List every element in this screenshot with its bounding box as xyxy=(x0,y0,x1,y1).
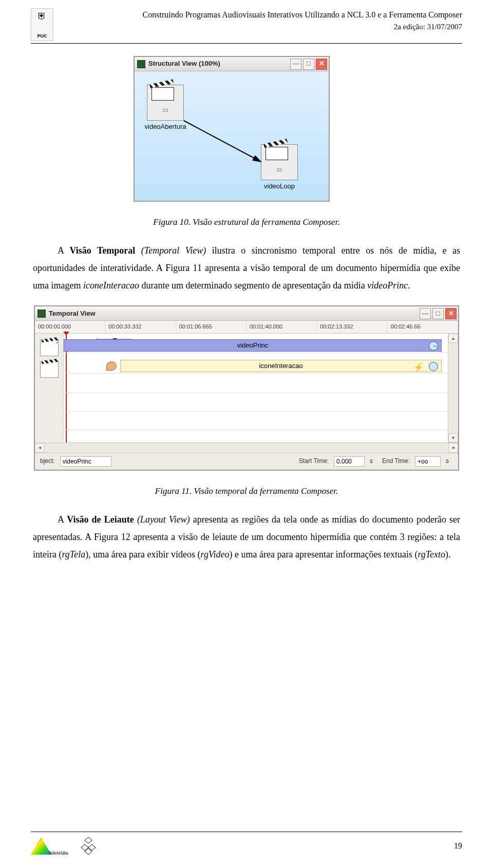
page-number: 19 xyxy=(454,840,462,852)
ruler-tick: 00:02:46.66 xyxy=(388,321,458,333)
term-layout-view-en: (Layout View) xyxy=(137,514,190,525)
maximize-button[interactable]: □ xyxy=(432,308,444,319)
track-row-iconeinteracao[interactable]: iconeInteracao ⚡ xyxy=(64,358,448,374)
close-button[interactable]: ✕ xyxy=(316,59,327,70)
figure10-caption: Figura 10. Visão estrutural da ferrament… xyxy=(31,216,462,228)
timeline-ruler[interactable]: 00:00:00.000 00:00:33.332 00:01:06.665 0… xyxy=(35,321,458,333)
telemidia-logo-label: TeleMídia xyxy=(48,850,68,857)
clip-videoprinc-label: videoPrinc xyxy=(237,341,269,350)
temporal-view-titlebar[interactable]: Temporal View — □ ✕ xyxy=(35,306,458,321)
puc-crest: ⛨ PUC xyxy=(31,8,53,41)
scroll-up-button[interactable]: ▴ xyxy=(448,334,458,343)
clip-videoprinc[interactable]: videoPrinc xyxy=(64,339,442,352)
term-visao-temporal: Visão Temporal xyxy=(70,245,136,256)
temporal-view-window: Temporal View — □ ✕ 00:00:00.000 00:00:3… xyxy=(34,305,459,470)
doc-edition: 2a edição: 31/07/2007 xyxy=(53,22,462,32)
term-rgtexto: rgTexto xyxy=(418,549,445,560)
app-icon xyxy=(137,60,145,68)
scroll-down-button[interactable]: ▾ xyxy=(448,433,458,442)
node-port-icon xyxy=(163,109,168,112)
page-footer: TeleMídia 19 xyxy=(31,832,462,856)
start-time-field[interactable] xyxy=(334,456,365,467)
paragraph-layout-view: A Visão de Leiaute (Layout View) apresen… xyxy=(33,511,460,564)
node-port-icon xyxy=(277,168,282,171)
scroll-right-button[interactable]: ▸ xyxy=(449,443,458,453)
temporal-view-title: Temporal View xyxy=(49,309,418,318)
start-time-label: Start Time: xyxy=(299,457,329,466)
scroll-track[interactable] xyxy=(44,443,449,453)
end-time-field[interactable] xyxy=(415,456,441,467)
ruler-tick: 00:01:06.665 xyxy=(176,321,246,333)
node-video-loop[interactable]: videoLoop xyxy=(261,144,298,180)
svg-line-0 xyxy=(184,121,261,162)
doc-title: Construindo Programas Audiovisuais Inter… xyxy=(53,9,462,21)
institution-short: PUC xyxy=(37,33,47,41)
object-label: bject: xyxy=(40,457,55,466)
end-time-label: End Time: xyxy=(382,457,410,466)
object-field[interactable] xyxy=(60,456,111,467)
clock-icon xyxy=(429,362,438,371)
video-clip-icon[interactable] xyxy=(40,361,59,378)
term-temporal-view-en: (Temporal View) xyxy=(141,245,206,256)
node-video-abertura[interactable]: videoAbertura xyxy=(147,85,184,121)
scroll-track[interactable] xyxy=(448,343,458,433)
ruler-tick: 00:00:33.332 xyxy=(105,321,176,333)
bolt-icon: ⚡ xyxy=(413,362,424,373)
scroll-left-button[interactable]: ◂ xyxy=(35,443,44,453)
shield-icon: ⛨ xyxy=(37,10,47,23)
diamond-stack-icon xyxy=(81,836,96,856)
ruler-tick: 00:00:00.000 xyxy=(35,321,105,333)
clip-iconeinteracao-label: iconeInteracao xyxy=(259,361,302,371)
maximize-button[interactable]: □ xyxy=(303,59,314,70)
track-row-empty xyxy=(64,396,448,412)
track-row-videoprinc[interactable]: T videoPrinc xyxy=(64,338,448,353)
structural-view-canvas[interactable]: videoAbertura videoLoop xyxy=(135,71,329,201)
node-video-abertura-label: videoAbertura xyxy=(145,122,186,131)
term-videoprinc: videoPrinc xyxy=(367,280,408,291)
minimize-button[interactable]: — xyxy=(290,59,301,70)
timeline-canvas[interactable]: T videoPrinc iconeInteracao ⚡ xyxy=(35,334,458,442)
clock-icon xyxy=(429,341,438,351)
figure11-caption: Figura 11. Visão temporal da ferramenta … xyxy=(31,485,462,497)
clip-iconeinteracao[interactable]: iconeInteracao ⚡ xyxy=(120,360,442,372)
app-icon xyxy=(37,310,46,318)
paragraph-temporal-view: A Visão Temporal (Temporal View) ilustra… xyxy=(33,242,460,295)
minimize-button[interactable]: — xyxy=(420,308,431,319)
palette-icon xyxy=(106,361,117,371)
end-time-unit: s xyxy=(446,457,453,466)
structural-view-title: Structural View (100%) xyxy=(148,59,289,68)
term-iconeinteracao: iconeInteracao xyxy=(83,280,139,291)
vertical-scrollbar[interactable]: ▴ ▾ xyxy=(448,334,458,442)
term-visao-leiaute: Visão de Leiaute xyxy=(67,514,134,525)
node-video-loop-label: videoLoop xyxy=(264,182,295,191)
start-time-unit: s xyxy=(370,457,377,466)
track-row-empty xyxy=(64,378,448,393)
timeline-media-sidebar xyxy=(35,334,64,442)
close-button[interactable]: ✕ xyxy=(445,308,457,319)
ruler-tick: 00:01:40.000 xyxy=(246,321,317,333)
ruler-tick: 00:02:13.332 xyxy=(317,321,387,333)
structural-view-window: Structural View (100%) — □ ✕ videoAbertu… xyxy=(134,56,330,202)
track-row-empty xyxy=(64,415,448,430)
term-rgvideo: rgVideo xyxy=(201,549,230,560)
svg-marker-1 xyxy=(85,837,92,843)
structural-view-titlebar[interactable]: Structural View (100%) — □ ✕ xyxy=(135,57,329,71)
page-header: ⛨ PUC Construindo Programas Audiovisuais… xyxy=(31,8,462,44)
header-text-block: Construindo Programas Audiovisuais Inter… xyxy=(53,8,462,32)
timeline-statusbar: bject: Start Time: s End Time: s xyxy=(35,453,458,470)
video-clip-icon[interactable] xyxy=(40,340,59,356)
horizontal-scrollbar[interactable]: ◂ ▸ xyxy=(35,442,458,453)
term-rgtela: rgTela xyxy=(62,549,85,560)
